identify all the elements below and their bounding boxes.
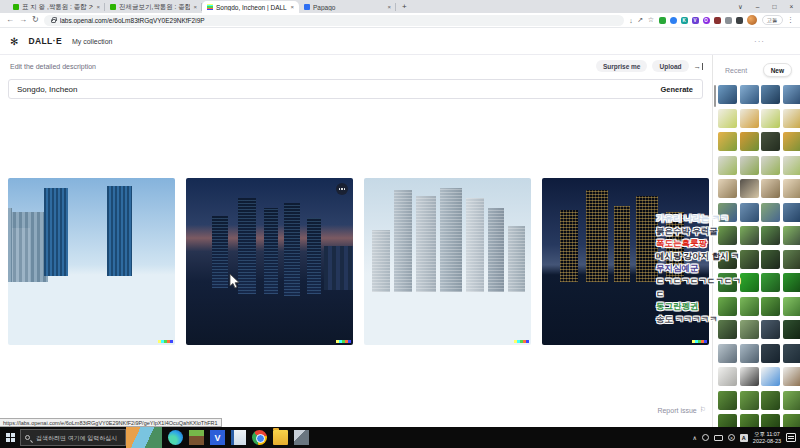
recent-thumbnail[interactable] xyxy=(718,226,737,245)
recent-thumbnail[interactable] xyxy=(740,179,759,198)
taskbar-clock[interactable]: 오후 11:07 2022-08-23 xyxy=(753,431,781,444)
url-omnibox[interactable]: labs.openai.com/e/6oLm83tRGgVY0E29NKfF2i… xyxy=(44,15,625,26)
recent-thumbnail[interactable] xyxy=(783,179,800,198)
my-collection-link[interactable]: My collection xyxy=(72,38,112,45)
surprise-me-button[interactable]: Surprise me xyxy=(596,60,648,72)
document-app-icon[interactable] xyxy=(231,430,246,445)
edge-icon[interactable] xyxy=(168,430,183,445)
recent-thumbnail[interactable] xyxy=(718,179,737,198)
recent-thumbnail[interactable] xyxy=(718,85,737,104)
header-overflow-icon[interactable]: ··· xyxy=(754,37,765,46)
dalle-brand[interactable]: DALL·E xyxy=(28,36,62,46)
generated-image-2[interactable] xyxy=(186,178,353,345)
tray-close-icon[interactable]: × xyxy=(728,434,735,441)
sidebar-scroll-indicator[interactable] xyxy=(714,85,716,107)
recent-thumbnail[interactable] xyxy=(783,391,800,410)
recent-thumbnail[interactable] xyxy=(740,226,759,245)
recent-thumbnail[interactable] xyxy=(740,344,759,363)
recent-thumbnail[interactable] xyxy=(740,85,759,104)
recent-thumbnail[interactable] xyxy=(761,250,780,269)
recent-thumbnail[interactable] xyxy=(718,132,737,151)
share-icon[interactable]: ↗ xyxy=(637,16,643,24)
recent-thumbnail[interactable] xyxy=(761,273,780,292)
upload-button[interactable]: Upload xyxy=(652,60,688,72)
extension-icon[interactable]: K xyxy=(681,17,688,24)
tab-cafe-board-2[interactable]: 전체글보기,짝퉁원 : 종합 거시기 × xyxy=(105,1,202,13)
recent-thumbnail[interactable] xyxy=(718,391,737,410)
extension-icon[interactable]: O xyxy=(703,17,710,24)
chrome-icon[interactable] xyxy=(252,430,267,445)
recent-thumbnail[interactable] xyxy=(740,273,759,292)
tray-expand-icon[interactable]: ∧ xyxy=(692,434,696,441)
extension-icon[interactable] xyxy=(659,17,666,24)
profile-chip[interactable]: 고돌 xyxy=(762,15,783,25)
recent-thumbnail[interactable] xyxy=(740,297,759,316)
forward-icon[interactable]: → xyxy=(19,16,27,24)
news-weather-widget[interactable] xyxy=(126,427,162,448)
recent-thumbnail[interactable] xyxy=(761,344,780,363)
ime-language-icon[interactable]: A xyxy=(740,434,748,442)
recent-thumbnail[interactable] xyxy=(783,85,800,104)
recent-thumbnail[interactable] xyxy=(740,109,759,128)
recent-thumbnail[interactable] xyxy=(740,320,759,339)
collapse-panel-icon[interactable]: → xyxy=(694,62,704,71)
profile-avatar[interactable] xyxy=(747,15,757,25)
taskbar-search-input[interactable] xyxy=(34,434,121,442)
recent-thumbnail[interactable] xyxy=(761,179,780,198)
recent-thumbnail[interactable] xyxy=(718,156,737,175)
minecraft-icon[interactable] xyxy=(189,430,204,445)
image-more-options-button[interactable] xyxy=(336,183,348,195)
extension-icon[interactable] xyxy=(736,17,743,24)
recent-thumbnail[interactable] xyxy=(783,367,800,386)
generated-image-3[interactable] xyxy=(364,178,531,345)
recent-thumbnail[interactable] xyxy=(761,85,780,104)
new-tab-button[interactable]: + xyxy=(402,2,407,11)
recent-thumbnail[interactable] xyxy=(761,320,780,339)
recent-thumbnail[interactable] xyxy=(718,109,737,128)
generated-image-1[interactable] xyxy=(8,178,175,345)
notification-center-icon[interactable] xyxy=(786,433,796,442)
tab-search-icon[interactable]: ∨ xyxy=(732,3,749,11)
recent-thumbnail[interactable] xyxy=(783,156,800,175)
minimize-button[interactable]: – xyxy=(749,3,766,10)
recent-thumbnail[interactable] xyxy=(718,320,737,339)
extension-icon[interactable] xyxy=(725,17,732,24)
prompt-input[interactable] xyxy=(9,85,651,94)
bookmark-star-icon[interactable]: ☆ xyxy=(648,16,654,24)
recent-thumbnail[interactable] xyxy=(761,203,780,222)
browser-menu-icon[interactable]: ⋮ xyxy=(787,16,794,24)
tab-close-icon[interactable]: × xyxy=(96,4,100,10)
keyboard-icon[interactable] xyxy=(714,435,723,441)
start-button[interactable] xyxy=(0,427,20,448)
recent-thumbnail[interactable] xyxy=(718,273,737,292)
recent-thumbnail[interactable] xyxy=(783,320,800,339)
tab-dalle-active[interactable]: Songdo, Incheon | DALL·E × xyxy=(202,1,299,13)
close-button[interactable]: × xyxy=(783,3,800,10)
recent-thumbnail[interactable] xyxy=(761,109,780,128)
extension-icon[interactable] xyxy=(670,17,677,24)
recent-thumbnail[interactable] xyxy=(761,156,780,175)
recent-thumbnail[interactable] xyxy=(783,273,800,292)
game-app-icon[interactable] xyxy=(294,430,309,445)
recent-thumbnail[interactable] xyxy=(783,297,800,316)
reload-icon[interactable]: ↻ xyxy=(32,16,39,24)
report-issue-link[interactable]: Report issue ⚐ xyxy=(657,406,706,414)
recent-thumbnail[interactable] xyxy=(783,109,800,128)
recent-thumbnail[interactable] xyxy=(783,203,800,222)
v-app-icon[interactable]: V xyxy=(210,430,225,445)
tray-status-icon[interactable] xyxy=(702,434,709,441)
recent-thumbnail[interactable] xyxy=(783,226,800,245)
new-generation-button[interactable]: New xyxy=(763,63,792,77)
recent-thumbnail[interactable] xyxy=(761,226,780,245)
tab-cafe-board-1[interactable]: 표 지 왕 ,짝퉁원 : 종합 거시기 : × xyxy=(8,1,105,13)
recent-thumbnail[interactable] xyxy=(740,132,759,151)
tab-close-icon[interactable]: × xyxy=(387,4,391,10)
extension-icon[interactable] xyxy=(714,17,721,24)
recent-thumbnail[interactable] xyxy=(783,344,800,363)
tab-close-icon[interactable]: × xyxy=(193,4,197,10)
maximize-button[interactable]: □ xyxy=(766,3,783,10)
recent-thumbnail[interactable] xyxy=(761,391,780,410)
extension-icon[interactable]: V xyxy=(692,17,699,24)
save-icon[interactable]: ↓ xyxy=(629,17,633,24)
recent-thumbnail[interactable] xyxy=(718,344,737,363)
